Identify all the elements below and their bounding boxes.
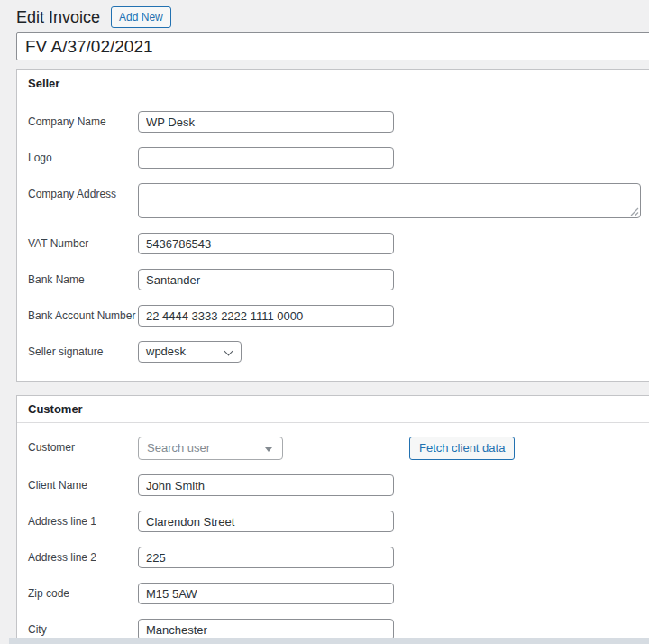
field-row-client-name: Client Name bbox=[28, 474, 649, 496]
page-header: Edit Invoice Add New bbox=[16, 0, 649, 24]
seller-panel-body: Company Name Logo Company Address VA bbox=[17, 111, 649, 381]
field-row-vat-number: VAT Number bbox=[28, 233, 649, 254]
customer-search-label: Customer bbox=[28, 437, 138, 454]
zip-code-input[interactable] bbox=[138, 583, 394, 604]
client-name-input[interactable] bbox=[138, 474, 394, 496]
zip-code-label: Zip code bbox=[28, 583, 138, 600]
seller-signature-select[interactable]: wpdesk bbox=[138, 341, 242, 363]
vat-number-label: VAT Number bbox=[28, 233, 138, 250]
field-row-bank-name: Bank Name bbox=[28, 269, 649, 290]
bank-name-input[interactable] bbox=[138, 269, 394, 290]
bank-account-label: Bank Account Number bbox=[28, 305, 138, 322]
logo-input[interactable] bbox=[138, 147, 394, 169]
address-line-1-label: Address line 1 bbox=[28, 511, 138, 528]
customer-panel: Customer Customer Search user Fetch clie… bbox=[16, 395, 649, 644]
bank-name-label: Bank Name bbox=[28, 269, 138, 286]
seller-signature-value: wpdesk bbox=[146, 345, 186, 358]
seller-panel-title: Seller bbox=[17, 70, 649, 97]
address-line-2-label: Address line 2 bbox=[28, 547, 138, 564]
city-label: City bbox=[28, 619, 138, 636]
seller-panel: Seller Company Name Logo Company Address bbox=[16, 69, 649, 382]
field-row-address-line-2: Address line 2 bbox=[28, 547, 649, 568]
field-row-logo: Logo bbox=[28, 147, 649, 169]
company-name-label: Company Name bbox=[28, 111, 138, 128]
address-line-1-input[interactable] bbox=[138, 511, 394, 532]
add-new-button[interactable]: Add New bbox=[111, 6, 171, 28]
edit-invoice-page: Edit Invoice Add New Seller Company Name… bbox=[16, 0, 649, 644]
address-line-2-input[interactable] bbox=[138, 547, 394, 568]
caret-down-icon bbox=[265, 447, 272, 452]
field-row-company-address: Company Address bbox=[28, 183, 649, 218]
company-address-textarea[interactable] bbox=[138, 183, 641, 218]
field-row-bank-account: Bank Account Number bbox=[28, 305, 649, 327]
horizontal-scrollbar[interactable] bbox=[9, 638, 649, 644]
field-row-company-name: Company Name bbox=[28, 111, 649, 133]
customer-search-placeholder: Search user bbox=[147, 441, 210, 455]
field-row-customer-search: Customer Search user Fetch client data bbox=[28, 437, 649, 460]
field-row-zip-code: Zip code bbox=[28, 583, 649, 604]
bank-account-input[interactable] bbox=[138, 305, 394, 327]
customer-panel-body: Customer Search user Fetch client data C… bbox=[17, 437, 649, 644]
page-title: Edit Invoice bbox=[16, 5, 100, 30]
client-name-label: Client Name bbox=[28, 474, 138, 492]
customer-panel-title: Customer bbox=[17, 396, 649, 423]
company-address-label: Company Address bbox=[28, 183, 138, 200]
vat-number-input[interactable] bbox=[138, 233, 394, 254]
invoice-number-input[interactable] bbox=[16, 32, 649, 60]
chevron-down-icon bbox=[224, 347, 233, 356]
field-row-seller-signature: Seller signature wpdesk bbox=[28, 341, 649, 363]
customer-search-select[interactable]: Search user bbox=[138, 437, 283, 460]
company-name-input[interactable] bbox=[138, 111, 394, 133]
field-row-address-line-1: Address line 1 bbox=[28, 511, 649, 532]
logo-label: Logo bbox=[28, 147, 138, 164]
seller-signature-label: Seller signature bbox=[28, 341, 138, 358]
company-address-wrap bbox=[138, 183, 641, 218]
fetch-client-data-button[interactable]: Fetch client data bbox=[409, 437, 515, 460]
